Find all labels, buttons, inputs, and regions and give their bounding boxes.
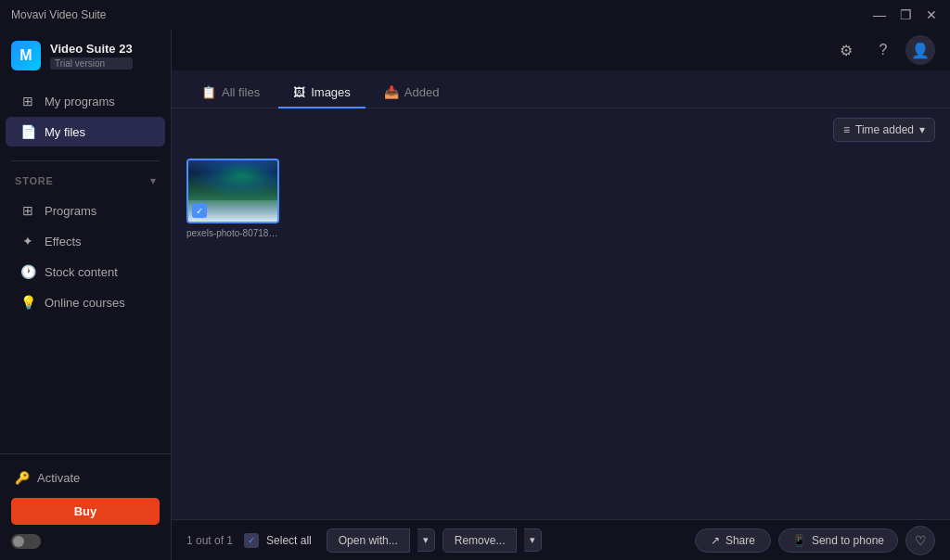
chevron-down-icon: ▾	[150, 174, 156, 187]
minimize-button[interactable]: —	[872, 7, 887, 22]
sidebar-header: M Video Suite 23 Trial version	[0, 30, 171, 78]
phone-label: Send to phone	[812, 534, 884, 547]
store-header[interactable]: STORE ▾	[0, 167, 171, 195]
all-files-icon: 📋	[201, 85, 216, 99]
open-with-label: Open with...	[339, 534, 398, 547]
file-name: pexels-photo-807180.jpeg	[186, 228, 279, 238]
tab-added[interactable]: 📥 Added	[369, 78, 455, 108]
sidebar-item-programs[interactable]: ⊞ Programs	[6, 196, 165, 225]
logo-letter: M	[19, 47, 32, 64]
tab-label: Images	[311, 85, 351, 99]
share-icon: ↗	[711, 534, 720, 547]
images-icon: 🖼	[293, 85, 305, 99]
buy-button[interactable]: Buy	[11, 498, 160, 525]
tab-images[interactable]: 🖼 Images	[278, 78, 366, 108]
sidebar-item-my-programs[interactable]: ⊞ My programs	[6, 86, 165, 116]
tab-label: Added	[404, 85, 440, 99]
check-icon: ✓	[248, 535, 255, 545]
sidebar: M Video Suite 23 Trial version ⊞ My prog…	[0, 30, 172, 560]
courses-icon: 💡	[20, 295, 35, 310]
sidebar-item-effects[interactable]: ✦ Effects	[6, 226, 165, 256]
remove-button[interactable]: Remove...	[443, 528, 518, 553]
aurora-effect	[188, 160, 277, 197]
sidebar-bottom: 🔑 Activate Buy	[0, 453, 171, 560]
select-all-checkbox[interactable]: ✓	[244, 533, 259, 548]
sidebar-item-label: Effects	[45, 235, 82, 248]
content-toolbar: ≡ Time added ▾	[172, 108, 950, 151]
list-item[interactable]: ✓ pexels-photo-807180.jpeg	[186, 159, 279, 238]
app-name: Video Suite 23	[50, 42, 133, 56]
file-count: 1 out of 1	[186, 534, 233, 547]
open-with-button[interactable]: Open with...	[327, 528, 410, 553]
sidebar-divider	[11, 160, 160, 161]
app-name-title: Movavi Video Suite	[11, 8, 107, 21]
share-button[interactable]: ↗ Share	[695, 528, 771, 553]
sort-label: Time added	[855, 123, 914, 136]
title-bar-left: Movavi Video Suite	[11, 8, 107, 21]
selected-badge: ✓	[192, 203, 207, 218]
app-logo: M	[11, 41, 41, 70]
help-button[interactable]: ?	[868, 35, 898, 65]
toggle-row	[11, 534, 160, 549]
sidebar-item-stock-content[interactable]: 🕐 Stock content	[6, 257, 165, 286]
programs-icon: ⊞	[20, 203, 35, 218]
store-label: STORE	[15, 175, 54, 186]
key-icon: 🔑	[15, 471, 30, 485]
sort-dropdown[interactable]: ≡ Time added ▾	[833, 118, 935, 142]
close-button[interactable]: ✕	[924, 7, 939, 22]
dropdown-arrow-icon: ▾	[423, 534, 429, 545]
sidebar-item-label: Stock content	[45, 265, 118, 279]
stock-icon: 🕐	[20, 264, 35, 279]
trial-badge: Trial version	[50, 57, 133, 70]
theme-toggle[interactable]	[11, 534, 41, 549]
remove-arrow-icon: ▾	[530, 534, 535, 545]
activate-label: Activate	[37, 471, 80, 485]
file-thumbnail: ✓	[186, 159, 279, 223]
sidebar-nav: ⊞ My programs 📄 My files	[0, 78, 171, 155]
open-with-dropdown[interactable]: ▾	[417, 528, 435, 552]
user-button[interactable]: 👤	[905, 35, 935, 65]
tab-all-files[interactable]: 📋 All files	[186, 78, 275, 108]
file-grid: ✓ pexels-photo-807180.jpeg	[172, 151, 950, 519]
file-icon: 📄	[20, 124, 35, 139]
remove-label: Remove...	[455, 534, 506, 547]
main-content: ⚙ ? 👤 📋 All files 🖼 Images 📥 Added ≡ Ti	[172, 30, 950, 560]
favorite-button[interactable]: ♡	[905, 526, 935, 555]
toggle-knob	[13, 536, 24, 547]
sidebar-item-online-courses[interactable]: 💡 Online courses	[6, 287, 165, 317]
phone-icon: 📱	[792, 534, 806, 547]
effects-icon: ✦	[20, 234, 35, 248]
sidebar-item-label: My files	[45, 125, 85, 139]
tab-label: All files	[222, 85, 260, 99]
app-title-block: Video Suite 23 Trial version	[50, 42, 133, 70]
sidebar-item-label: My programs	[45, 95, 115, 108]
send-to-phone-button[interactable]: 📱 Send to phone	[778, 528, 898, 553]
sidebar-item-label: Online courses	[45, 296, 125, 310]
app-body: M Video Suite 23 Trial version ⊞ My prog…	[0, 30, 950, 560]
file-tabs: 📋 All files 🖼 Images 📥 Added	[172, 70, 950, 108]
added-icon: 📥	[384, 85, 399, 99]
title-bar-controls: — ❐ ✕	[872, 7, 939, 22]
title-bar: Movavi Video Suite — ❐ ✕	[0, 0, 950, 30]
maximize-button[interactable]: ❐	[898, 7, 913, 22]
remove-dropdown[interactable]: ▾	[524, 528, 542, 552]
bottom-bar: 1 out of 1 ✓ Select all Open with... ▾ R…	[172, 519, 950, 560]
sort-arrow-icon: ▾	[919, 123, 925, 136]
top-header: ⚙ ? 👤	[172, 30, 950, 70]
store-section: STORE ▾ ⊞ Programs ✦ Effects 🕐 Stock con…	[0, 167, 171, 318]
grid-icon: ⊞	[20, 94, 35, 108]
sidebar-item-my-files[interactable]: 📄 My files	[6, 117, 165, 146]
share-label: Share	[725, 534, 755, 547]
heart-icon: ♡	[915, 533, 927, 548]
activate-row[interactable]: 🔑 Activate	[11, 465, 160, 490]
select-all-label[interactable]: Select all	[266, 534, 312, 547]
sort-icon: ≡	[843, 123, 850, 136]
settings-button[interactable]: ⚙	[831, 35, 861, 65]
sidebar-item-label: Programs	[45, 204, 96, 218]
